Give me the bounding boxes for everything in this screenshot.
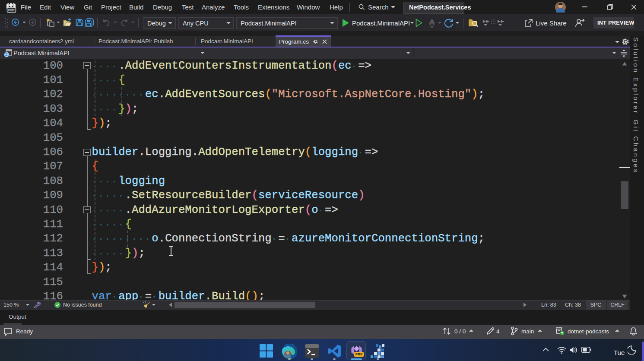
svg-text:PRE: PRE <box>8 8 15 12</box>
